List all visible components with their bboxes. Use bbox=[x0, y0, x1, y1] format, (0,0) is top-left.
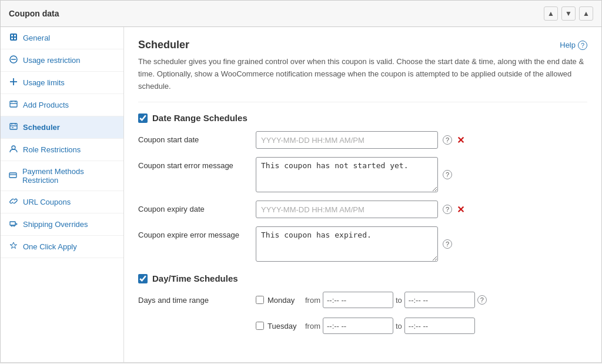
expand-button[interactable]: ▲ bbox=[579, 6, 593, 21]
payment-methods-icon bbox=[9, 171, 18, 181]
tuesday-row: Tuesday from to bbox=[256, 318, 487, 334]
tuesday-checkbox-label[interactable]: Tuesday bbox=[256, 322, 303, 330]
svg-rect-4 bbox=[14, 38, 16, 39]
sidebar-label-payment-methods: Payment Methods Restriction bbox=[22, 167, 115, 185]
coupon-start-date-input[interactable] bbox=[256, 131, 438, 149]
monday-checkbox[interactable] bbox=[256, 296, 264, 304]
svg-rect-2 bbox=[14, 35, 16, 36]
page-title: Scheduler bbox=[138, 39, 189, 51]
add-products-icon bbox=[9, 100, 18, 110]
sidebar-item-add-products[interactable]: Add Products bbox=[1, 94, 123, 116]
coupon-expiry-date-label: Coupon expiry date bbox=[138, 201, 256, 215]
tuesday-checkbox[interactable] bbox=[256, 322, 264, 330]
sidebar-item-role-restrictions[interactable]: Role Restrictions bbox=[1, 139, 123, 161]
sidebar-item-payment-methods[interactable]: Payment Methods Restriction bbox=[1, 161, 123, 191]
header-controls: ▲ ▼ ▲ bbox=[544, 6, 593, 21]
url-coupons-icon bbox=[9, 197, 18, 207]
tuesday-label: Tuesday bbox=[267, 322, 296, 330]
coupon-start-error-label: Coupon start error message bbox=[138, 157, 256, 171]
coupon-expire-error-row: Coupon expire error message This coupon … bbox=[138, 226, 587, 262]
monday-row: Monday from to ? bbox=[256, 292, 487, 308]
tuesday-to-input[interactable] bbox=[404, 318, 475, 334]
tuesday-to-label: to bbox=[396, 322, 402, 330]
svg-rect-15 bbox=[10, 222, 15, 225]
sidebar-item-shipping-overrides[interactable]: Shipping Overrides bbox=[1, 213, 123, 236]
general-icon bbox=[9, 33, 18, 43]
coupon-expiry-date-row: Coupon expiry date ? ✕ bbox=[138, 201, 587, 218]
coupon-start-date-label: Coupon start date bbox=[138, 131, 256, 145]
sidebar-label-add-products: Add Products bbox=[23, 101, 69, 109]
usage-limits-icon bbox=[9, 78, 18, 88]
sidebar-label-one-click-apply: One Click Apply bbox=[23, 242, 77, 251]
svg-point-12 bbox=[12, 146, 15, 149]
sidebar-item-scheduler[interactable]: Scheduler bbox=[1, 116, 123, 139]
day-time-title: Day/Time Schedules bbox=[152, 273, 238, 283]
svg-rect-9 bbox=[10, 101, 17, 107]
help-circle-icon: ? bbox=[578, 41, 587, 50]
coupon-expiry-date-input[interactable] bbox=[256, 201, 438, 218]
sidebar-label-general: General bbox=[23, 34, 50, 42]
expiry-date-clear-icon[interactable]: ✕ bbox=[457, 204, 464, 215]
date-range-checkbox[interactable] bbox=[138, 113, 148, 123]
monday-checkbox-label[interactable]: Monday bbox=[256, 296, 303, 305]
coupon-expire-error-textarea[interactable]: This coupon has expired. bbox=[256, 226, 438, 262]
monday-to-label: to bbox=[396, 296, 402, 305]
one-click-apply-icon bbox=[9, 242, 18, 252]
shipping-overrides-icon bbox=[9, 219, 18, 229]
tuesday-from-input[interactable] bbox=[323, 318, 393, 334]
svg-rect-10 bbox=[10, 123, 17, 129]
coupon-start-date-row: Coupon start date ? ✕ bbox=[138, 131, 587, 149]
monday-label: Monday bbox=[267, 296, 295, 305]
sidebar: General Usage restriction Usage limits A… bbox=[1, 27, 124, 362]
scheduler-icon bbox=[9, 122, 18, 132]
monday-from-label: from bbox=[305, 296, 320, 305]
collapse-up-button[interactable]: ▲ bbox=[544, 6, 558, 21]
sidebar-label-role-restrictions: Role Restrictions bbox=[23, 145, 81, 154]
coupon-expire-error-label: Coupon expire error message bbox=[138, 226, 256, 241]
sidebar-item-usage-restriction[interactable]: Usage restriction bbox=[1, 49, 123, 72]
tuesday-from-label: from bbox=[305, 322, 320, 330]
date-range-section: Date Range Schedules Coupon start date ?… bbox=[138, 113, 587, 262]
sidebar-label-scheduler: Scheduler bbox=[23, 123, 60, 132]
sidebar-label-usage-restriction: Usage restriction bbox=[23, 56, 81, 65]
coupon-start-error-textarea[interactable]: This coupon has not started yet. bbox=[256, 157, 438, 192]
section-description: The scheduler gives you fine grained con… bbox=[138, 56, 587, 102]
start-error-help-icon[interactable]: ? bbox=[443, 170, 452, 179]
sidebar-label-url-coupons: URL Coupons bbox=[23, 198, 71, 206]
help-link[interactable]: Help ? bbox=[560, 41, 587, 50]
monday-from-input[interactable] bbox=[323, 292, 393, 308]
svg-rect-1 bbox=[11, 35, 13, 36]
days-time-range-row: Days and time range Monday from to bbox=[138, 292, 587, 339]
start-date-clear-icon[interactable]: ✕ bbox=[457, 135, 464, 146]
sidebar-label-usage-limits: Usage limits bbox=[23, 78, 65, 87]
monday-help-icon[interactable]: ? bbox=[477, 295, 487, 305]
coupon-start-error-row: Coupon start error message This coupon h… bbox=[138, 157, 587, 192]
svg-rect-13 bbox=[9, 173, 16, 178]
collapse-down-button[interactable]: ▼ bbox=[561, 6, 576, 21]
day-time-checkbox[interactable] bbox=[138, 274, 148, 283]
role-restrictions-icon bbox=[9, 145, 18, 155]
help-label: Help bbox=[560, 41, 576, 49]
svg-rect-0 bbox=[10, 34, 17, 41]
usage-restriction-icon bbox=[9, 55, 18, 65]
sidebar-item-general[interactable]: General bbox=[1, 27, 123, 49]
svg-rect-3 bbox=[11, 38, 13, 39]
sidebar-label-shipping-overrides: Shipping Overrides bbox=[23, 220, 88, 229]
sidebar-item-url-coupons[interactable]: URL Coupons bbox=[1, 191, 123, 213]
svg-point-16 bbox=[11, 225, 12, 226]
main-content: Scheduler Help ? The scheduler gives you… bbox=[124, 27, 601, 362]
monday-to-input[interactable] bbox=[404, 292, 475, 308]
coupon-title: Coupon data bbox=[9, 9, 59, 18]
date-range-title: Date Range Schedules bbox=[152, 113, 248, 123]
expiry-date-help-icon[interactable]: ? bbox=[443, 205, 452, 214]
expire-error-help-icon[interactable]: ? bbox=[443, 239, 452, 249]
sidebar-item-usage-limits[interactable]: Usage limits bbox=[1, 72, 123, 94]
day-time-section: Day/Time Schedules Days and time range M… bbox=[138, 273, 587, 339]
start-date-help-icon[interactable]: ? bbox=[443, 135, 452, 145]
sidebar-item-one-click-apply[interactable]: One Click Apply bbox=[1, 236, 123, 258]
days-time-range-label: Days and time range bbox=[138, 292, 256, 306]
svg-point-17 bbox=[14, 225, 15, 226]
